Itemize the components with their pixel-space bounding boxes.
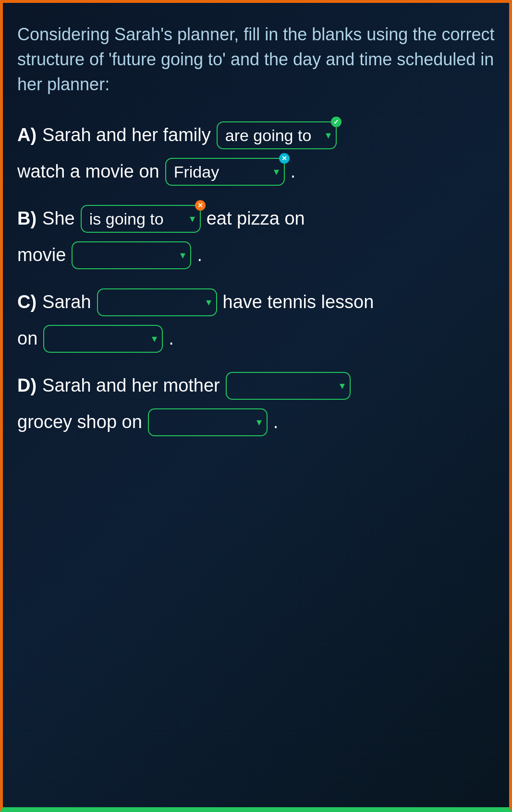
question-d-line2: grocey shop on Monday Tuesday Wednesday …	[17, 408, 495, 436]
d-verb-wrapper: are going to is going to am going to ▾	[226, 372, 351, 400]
question-b-line1: B) She are going to is going to am going…	[17, 205, 495, 233]
question-b-line2: movie Monday Tuesday Wednesday Thursday …	[17, 241, 495, 269]
question-a-line1: A) Sarah and her family are going to is …	[17, 121, 495, 149]
instruction-text: Considering Sarah's planner, fill in the…	[17, 22, 495, 97]
question-c: C) Sarah are going to is going to am goi…	[17, 288, 495, 353]
label-a: A)	[17, 125, 37, 145]
is-going-to-select[interactable]: are going to is going to am going to	[81, 205, 201, 233]
label-d: D)	[17, 375, 37, 396]
question-d-continuation: grocey shop on	[17, 412, 142, 432]
question-a-middle: watch a movie on	[17, 161, 159, 182]
day-b-wrapper: Monday Tuesday Wednesday Thursday Friday…	[72, 241, 191, 269]
label-c: C)	[17, 292, 37, 312]
day-b-select[interactable]: Monday Tuesday Wednesday Thursday Friday…	[72, 241, 191, 269]
question-b-prefix: She	[42, 208, 75, 229]
question-a-line2: watch a movie on Monday Tuesday Wednesda…	[17, 158, 495, 186]
question-c-middle: have tennis lesson	[223, 292, 374, 312]
question-d: D) Sarah and her mother are going to is …	[17, 372, 495, 436]
c-verb-wrapper: are going to is going to am going to ▾	[97, 288, 217, 316]
question-b-continuation: movie	[17, 245, 66, 265]
are-going-to-select[interactable]: are going to is going to am going to	[217, 121, 337, 149]
day-d-select[interactable]: Monday Tuesday Wednesday Thursday Friday…	[148, 408, 268, 436]
day-c-wrapper: Monday Tuesday Wednesday Thursday Friday…	[43, 325, 163, 353]
question-c-prefix: Sarah	[42, 292, 91, 312]
period-a: .	[291, 161, 296, 182]
question-a: A) Sarah and her family are going to is …	[17, 121, 495, 186]
badge-a2: ✕	[279, 153, 290, 164]
question-b-middle: eat pizza on	[207, 208, 305, 229]
question-c-line2: on Monday Tuesday Wednesday Thursday Fri…	[17, 325, 495, 353]
period-c: .	[169, 328, 174, 349]
question-a-prefix: Sarah and her family	[42, 125, 211, 145]
are-going-to-wrapper: are going to is going to am going to ▾ ✓	[217, 121, 337, 149]
badge-a1: ✓	[331, 117, 341, 127]
question-d-line1: D) Sarah and her mother are going to is …	[17, 372, 495, 400]
friday-select[interactable]: Monday Tuesday Wednesday Thursday Friday…	[165, 158, 285, 186]
label-b: B)	[17, 208, 37, 229]
question-c-continuation: on	[17, 328, 37, 349]
question-b: B) She are going to is going to am going…	[17, 205, 495, 269]
period-b: .	[197, 245, 202, 265]
friday-wrapper: Monday Tuesday Wednesday Thursday Friday…	[165, 158, 285, 186]
day-d-wrapper: Monday Tuesday Wednesday Thursday Friday…	[148, 408, 268, 436]
c-verb-select[interactable]: are going to is going to am going to	[97, 288, 217, 316]
day-c-select[interactable]: Monday Tuesday Wednesday Thursday Friday…	[43, 325, 163, 353]
question-c-line1: C) Sarah are going to is going to am goi…	[17, 288, 495, 316]
question-d-prefix: Sarah and her mother	[42, 375, 220, 396]
period-d: .	[273, 412, 279, 432]
d-verb-select[interactable]: are going to is going to am going to	[226, 372, 351, 400]
badge-b1: ✕	[195, 200, 206, 211]
is-going-to-wrapper: are going to is going to am going to ▾ ✕	[81, 205, 201, 233]
